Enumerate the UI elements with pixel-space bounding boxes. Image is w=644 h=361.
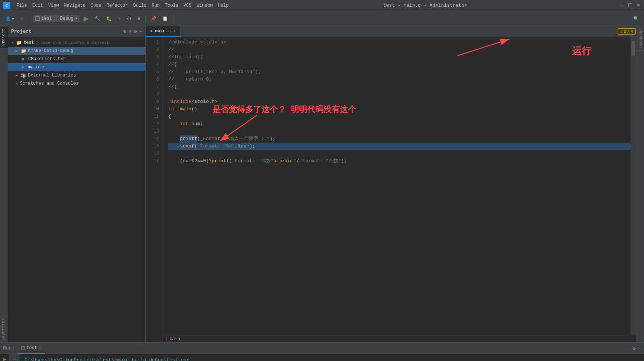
run-close-icon[interactable]: − [638, 345, 641, 351]
menu-code[interactable]: Code [88, 2, 104, 9]
tree-root[interactable]: ▾ 📁 test C:\Users\hp\CLionProjects\test [8, 39, 145, 47]
project-close-icon[interactable]: − [139, 29, 142, 35]
tree-main-c[interactable]: ● main.c [8, 63, 145, 71]
code-line-11: { [168, 113, 631, 120]
project-settings-icon[interactable]: ⚙ [134, 28, 137, 35]
project-title: Project [11, 29, 121, 34]
menu-build[interactable]: Build [131, 2, 149, 9]
menu-tools[interactable]: Tools [163, 2, 180, 9]
cmake-lists-icon: ■ [22, 57, 27, 61]
editor-scrollbar[interactable] [631, 37, 636, 342]
bottom-panel: Run: test × ⚙ − ▶ ↺ ≡ ↓ ■ ⇌ 🖨 🗑 C: [0, 342, 644, 361]
stop-button[interactable]: ■ [135, 13, 142, 24]
toolbar-right: 🔍 [631, 13, 641, 24]
code-line-4: //{ [168, 61, 631, 68]
menu-refactor[interactable]: Refactor [104, 2, 130, 9]
run-config-icon [35, 16, 40, 21]
editor-tabs: ● main.c × ⚠ 2 ∧ ∨ [146, 26, 636, 37]
editor-area: ● main.c × ⚠ 2 ∧ ∨ 1 2 3 4 5 6 7 [146, 26, 636, 342]
menu-navigate[interactable]: Navigate [62, 2, 88, 9]
copy-button[interactable]: 📋 [160, 13, 170, 24]
output-path-text: C:\Users\hp\CLionProjects\test\cmake-bui… [25, 357, 190, 361]
right-tab-database[interactable]: Database [636, 26, 644, 51]
window-title: test - main.c - Administrator [383, 3, 467, 8]
tree-cmake-lists[interactable]: ■ CMakeLists.txt [8, 55, 145, 63]
tree-external-libs[interactable]: ▶ 📚 External Libraries [8, 71, 145, 79]
project-collapse-icon[interactable]: ≡ [129, 29, 131, 35]
editor-content[interactable]: 1 2 3 4 5 6 7 8 9 ▶10 11 12 13 14 15 16 … [146, 37, 636, 342]
maximize-button[interactable]: □ [628, 3, 633, 8]
ext-libs-icon: 📚 [21, 73, 26, 78]
run-button[interactable]: ▶ [81, 13, 91, 24]
code-line-15: scanf(_Format: "%d",&num); [168, 143, 631, 150]
close-button[interactable]: × [636, 3, 641, 8]
build-button[interactable]: 🔨 [92, 13, 103, 24]
app-logo: C [3, 2, 10, 9]
menu-bar: File Edit View Navigate Code Refactor Bu… [14, 2, 231, 9]
debug-button[interactable]: 🐛 [104, 13, 114, 24]
minimize-button[interactable]: − [619, 3, 625, 8]
pin-button[interactable]: 📌 [149, 13, 159, 24]
main-c-icon: ● [22, 65, 27, 69]
main-c-name: main.c [28, 65, 44, 70]
run-config-arrow: ▾ [75, 16, 78, 21]
run-sidebar: ▶ ↺ [0, 354, 10, 361]
editor-tab-main-c[interactable]: ● main.c × [146, 26, 181, 37]
warning-indicator[interactable]: ⚠ 2 ∧ ∨ [618, 28, 636, 35]
tree-cmake-build[interactable]: ▶ 📁 cmake-build-debug [8, 47, 145, 55]
menu-vcs[interactable]: VCS [181, 2, 194, 9]
run-settings-icon[interactable]: ⚙ [632, 345, 635, 351]
scrollbar-thumb[interactable] [631, 41, 635, 56]
warning-down-icon[interactable]: ∨ [631, 29, 633, 34]
project-scope-icon[interactable]: ⊕ [123, 28, 126, 35]
window-controls: − □ × [619, 3, 641, 8]
sidebar-tab-project[interactable]: Project [0, 26, 8, 48]
run-tools: ≡ ↓ ■ ⇌ 🖨 🗑 [10, 354, 20, 361]
breadcrumb-error-icon: f [165, 336, 168, 342]
code-line-16 [168, 150, 631, 157]
run-content: ▶ ↺ ≡ ↓ ■ ⇌ 🖨 🗑 C:\Users\hp\CLionProject… [0, 354, 644, 361]
run-panel-tabs: Run: test × ⚙ − [0, 343, 644, 354]
profile-button[interactable]: 👤 ▾ [3, 13, 16, 24]
scratches-icon: ✎ [16, 81, 18, 87]
ext-libs-arrow-icon: ▶ [16, 73, 19, 78]
code-line-1: //#include <stdio.h> [168, 39, 631, 46]
cmake-build-arrow-icon: ▶ [16, 49, 19, 53]
line-10: ▶10 [146, 105, 159, 113]
code-editor[interactable]: //#include <stdio.h> // //int main() //{… [162, 37, 631, 342]
title-bar: C File Edit View Navigate Code Refactor … [0, 0, 644, 11]
warning-up-icon[interactable]: ∧ [627, 29, 630, 34]
tab-close-icon[interactable]: × [173, 29, 176, 34]
run-output[interactable]: C:\Users\hp\CLionProjects\test\cmake-bui… [20, 354, 644, 361]
toolbar-sep3 [173, 15, 173, 22]
menu-run[interactable]: Run [149, 2, 162, 9]
run-tab-test[interactable]: test × [17, 343, 45, 354]
search-button[interactable]: 🔍 [631, 13, 641, 24]
menu-view[interactable]: View [46, 2, 61, 9]
run-play-icon[interactable]: ▶ [3, 355, 7, 361]
warning-count: 2 [624, 29, 626, 34]
run-tab-close-icon[interactable]: × [39, 345, 41, 351]
cmake-build-name: cmake-build-debug [28, 48, 73, 53]
menu-file[interactable]: File [14, 2, 29, 9]
code-line-7: //} [168, 83, 631, 91]
sidebar-tab-favorites[interactable]: Favorites [0, 316, 8, 342]
coverage-button[interactable]: ▷ [116, 13, 123, 24]
tree-scratches[interactable]: ✎ Scratches and Consoles [8, 79, 145, 88]
menu-window[interactable]: Window [195, 2, 215, 9]
filter-icon[interactable]: ≡ [11, 355, 19, 361]
right-panel-tabs: Database [636, 26, 644, 342]
code-line-3: //int main() [168, 53, 631, 61]
breadcrumb-text: main [169, 336, 180, 342]
run-config[interactable]: test | Debug ▾ [33, 15, 80, 22]
code-line-17: (num%2==0)?printf(_Format: "偶数"):printf(… [168, 157, 631, 165]
code-line-10: int main() [168, 105, 631, 113]
ext-libs-name: External Libraries [28, 73, 76, 78]
back-button[interactable]: ← [18, 13, 27, 24]
menu-help[interactable]: Help [216, 2, 231, 9]
menu-edit[interactable]: Edit [30, 2, 45, 9]
root-arrow-icon: ▾ [11, 40, 15, 45]
root-name: test [23, 40, 34, 45]
breadcrumb: f main [162, 335, 636, 342]
profiler-button[interactable]: ⏱ [125, 13, 134, 24]
